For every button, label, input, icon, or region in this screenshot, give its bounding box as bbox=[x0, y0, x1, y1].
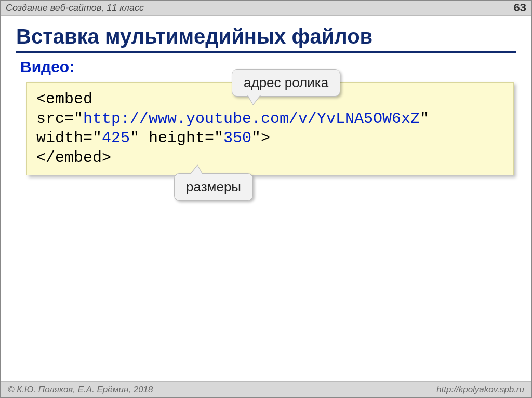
code-line-2: src="http://www.youtube.com/v/YvLNA5OW6x… bbox=[36, 109, 504, 129]
code-text: " height=" bbox=[130, 129, 223, 147]
callout-dimensions: размеры bbox=[174, 173, 253, 201]
page-number: 63 bbox=[514, 1, 526, 15]
code-line-4: </embed> bbox=[36, 148, 504, 168]
callout-address: адрес ролика bbox=[232, 69, 340, 97]
slide: Создание веб-сайтов, 11 класс 63 Вставка… bbox=[0, 0, 532, 398]
code-text: "> bbox=[251, 129, 270, 147]
footer-bar: © К.Ю. Поляков, Е.А. Ерёмин, 2018 http:/… bbox=[1, 381, 531, 397]
top-bar: Создание веб-сайтов, 11 класс 63 bbox=[1, 1, 531, 16]
code-text: </embed> bbox=[36, 149, 111, 167]
code-text: width=" bbox=[36, 129, 102, 147]
page-title: Вставка мультимедийных файлов bbox=[16, 25, 516, 53]
footer-left: © К.Ю. Поляков, Е.А. Ерёмин, 2018 bbox=[8, 385, 153, 395]
code-text: <embed bbox=[36, 90, 92, 108]
code-text: src=" bbox=[36, 110, 83, 128]
code-width: 425 bbox=[102, 129, 130, 147]
code-text: " bbox=[420, 110, 429, 128]
code-line-3: width="425" height="350"> bbox=[36, 129, 504, 148]
callout-label: адрес ролика bbox=[244, 75, 328, 90]
callout-label: размеры bbox=[186, 179, 241, 195]
code-height: 350 bbox=[223, 129, 251, 147]
code-url: http://www.youtube.com/v/YvLNA5OW6xZ bbox=[83, 110, 420, 128]
footer-right: http://kpolyakov.spb.ru bbox=[436, 385, 524, 395]
breadcrumb: Создание веб-сайтов, 11 класс bbox=[6, 3, 144, 13]
